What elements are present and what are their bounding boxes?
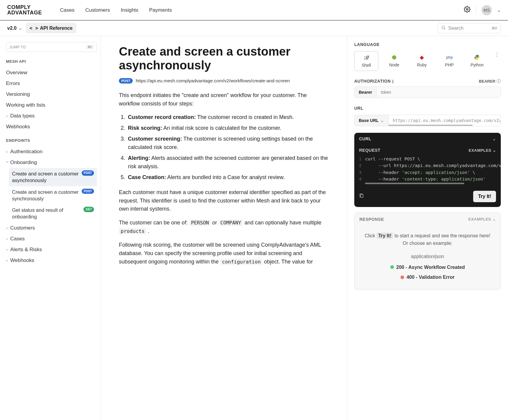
user-menu-chevron-icon[interactable]: ⌄ <box>497 8 501 13</box>
api-reference-tab[interactable]: < > API Reference <box>26 23 76 33</box>
sidebar-webhooks-ep[interactable]: Webhooks <box>6 255 97 266</box>
method-badge: POST <box>82 170 94 176</box>
php-icon: php <box>438 54 461 61</box>
nav-links: Cases Customers Insights Payments <box>60 7 172 13</box>
svg-point-1 <box>442 26 445 29</box>
sidebar-errors[interactable]: Errors <box>6 78 97 89</box>
intro-paragraph: This endpoint initiates the "create and … <box>119 91 329 108</box>
shell-icon: :// <box>355 54 378 61</box>
bearer-field: Bearer <box>354 87 501 98</box>
sidebar-data-types[interactable]: Data types <box>6 111 97 121</box>
method-badge: GET <box>83 207 94 212</box>
paragraph-identifier: Each customer must have a unique custome… <box>119 188 329 214</box>
code-icon: < > <box>29 25 38 31</box>
right-panel: LANGUAGE :// Shell ⬢ Node ◆ Ruby php PHP <box>347 36 508 420</box>
status-dot-green-icon <box>390 265 394 269</box>
nav-cases[interactable]: Cases <box>60 7 74 13</box>
info-icon[interactable]: i <box>392 80 394 84</box>
sidebar-versioning[interactable]: Versioning <box>6 89 97 100</box>
sidebar-overview[interactable]: Overview <box>6 67 97 78</box>
brand-logo[interactable]: COMPLY ADVANTAGE <box>7 5 42 15</box>
sidebar-onboarding[interactable]: Onboarding <box>6 157 97 168</box>
node-icon: ⬢ <box>383 54 406 61</box>
top-nav: COMPLY ADVANTAGE Cases Customers Insight… <box>0 0 508 20</box>
h-scrollbar[interactable] <box>365 183 464 184</box>
response-200[interactable]: 200 - Async Workflow Created <box>364 263 491 271</box>
svg-rect-3 <box>361 194 363 198</box>
svg-line-2 <box>444 29 445 29</box>
nav-payments[interactable]: Payments <box>149 7 172 13</box>
method-badge-main: POST <box>119 78 133 84</box>
nav-insights[interactable]: Insights <box>121 7 138 13</box>
sidebar-webhooks[interactable]: Webhooks <box>6 121 97 132</box>
endpoint-line: POST https://api.eu.mesh.complyadvantage… <box>119 78 329 84</box>
sidebar-onboarding-create-sync[interactable]: Create and screen a customer synchronous… <box>9 186 97 205</box>
url-box: Base URL⌄ https://api.eu.mesh.complyadva… <box>354 115 501 126</box>
sidebar-section-mesh: MESH API <box>6 59 97 64</box>
lang-php[interactable]: php PHP <box>438 51 461 70</box>
response-panel: RESPONSE EXAMPLES⌄ Click Try It! to star… <box>354 212 501 290</box>
info-icon[interactable]: i <box>497 79 501 83</box>
sidebar-onboarding-create-async[interactable]: Create and screen a customer asynchronou… <box>9 168 97 186</box>
response-hint: Click Try It! to start a request and see… <box>364 232 491 247</box>
curl-expand-icon[interactable]: ⌄ <box>492 136 496 141</box>
ruby-icon: ◆ <box>410 54 434 61</box>
sidebar-onboarding-get-status[interactable]: Get status and result of onboarding GET <box>9 204 97 223</box>
sidebar-cases[interactable]: Cases <box>6 233 97 244</box>
paragraph-screening: Following risk scoring, the customer wil… <box>119 241 329 266</box>
endpoint-url: https://api.eu.mesh.complyadvantage.com/… <box>136 78 290 84</box>
lang-ruby[interactable]: ◆ Ruby <box>410 51 434 70</box>
chevron-down-icon: ⌄ <box>492 217 496 221</box>
base-url-value: https://api.eu.mesh.complyadvantage.com/… <box>389 115 500 126</box>
nav-customers[interactable]: Customers <box>85 7 110 13</box>
version-selector[interactable]: v2.0⌄ <box>7 25 22 31</box>
jump-to[interactable]: JUMP TO ⌘/ <box>6 42 97 52</box>
curl-label: CURL <box>359 136 371 141</box>
lang-node[interactable]: ⬢ Node <box>383 51 406 70</box>
more-languages-icon[interactable]: ⋮ <box>493 51 501 58</box>
method-badge: POST <box>82 189 94 194</box>
sidebar-section-endpoints: ENDPOINTS <box>6 138 97 143</box>
sidebar: JUMP TO ⌘/ MESH API Overview Errors Vers… <box>0 36 101 420</box>
settings-icon[interactable] <box>464 6 470 14</box>
language-label: LANGUAGE <box>354 42 501 47</box>
svg-point-0 <box>466 8 468 10</box>
copy-icon[interactable] <box>359 193 364 200</box>
sidebar-alerts-risks[interactable]: Alerts & Risks <box>6 244 97 255</box>
response-content-type: application/json <box>364 253 491 260</box>
sidebar-customers[interactable]: Customers <box>6 223 97 233</box>
response-400[interactable]: 400 - Validation Error <box>364 273 491 281</box>
auth-type: BEARERi <box>479 79 501 84</box>
main-content: Create and screen a customer asynchronou… <box>101 36 347 420</box>
status-dot-red-icon <box>401 275 404 279</box>
language-tabs: :// Shell ⬢ Node ◆ Ruby php PHP Python <box>354 51 501 71</box>
response-examples[interactable]: EXAMPLES⌄ <box>468 217 496 221</box>
url-label: URL <box>354 106 501 111</box>
page-title: Create and screen a customer asynchronou… <box>119 44 329 72</box>
request-label: REQUEST <box>359 148 380 153</box>
sub-bar: v2.0⌄ < > API Reference Search ⌘K <box>0 20 508 36</box>
sidebar-authentication[interactable]: Authentication <box>6 146 97 157</box>
lang-python[interactable]: Python <box>465 51 489 70</box>
search-shortcut: ⌘K <box>491 26 497 30</box>
code-panel: CURL ⌄ REQUEST EXAMPLES⌄ 1curl --request… <box>354 133 501 207</box>
search-box[interactable]: Search ⌘K <box>438 23 501 33</box>
jump-to-shortcut: ⌘/ <box>86 45 94 49</box>
bearer-label: Bearer <box>355 87 376 98</box>
divider <box>476 6 476 14</box>
sidebar-working-with-lists[interactable]: Working with lists <box>6 100 97 111</box>
chevron-down-icon: ⌄ <box>18 25 22 31</box>
try-it-button[interactable]: Try It! <box>473 191 496 202</box>
search-placeholder: Search <box>448 26 464 31</box>
chevron-down-icon: ⌄ <box>493 148 496 153</box>
search-icon <box>441 25 446 31</box>
user-avatar[interactable]: MS <box>482 5 492 15</box>
request-examples[interactable]: EXAMPLES⌄ <box>469 148 496 153</box>
lang-shell[interactable]: :// Shell <box>354 51 378 71</box>
response-label: RESPONSE <box>359 217 384 222</box>
bearer-input[interactable] <box>376 87 500 98</box>
base-url-selector[interactable]: Base URL⌄ <box>355 115 389 126</box>
python-icon <box>465 54 489 61</box>
chevron-down-icon: ⌄ <box>380 118 384 123</box>
code-body[interactable]: 1curl --request POST \ 2 --url https://a… <box>354 154 501 187</box>
